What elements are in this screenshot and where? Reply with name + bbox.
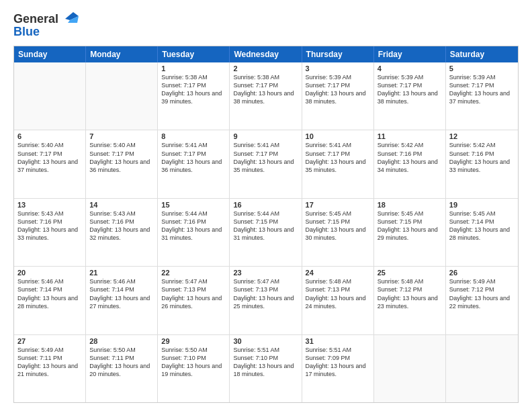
calendar-cell: 13Sunrise: 5:43 AM Sunset: 7:16 PM Dayli… <box>14 199 86 266</box>
calendar-row: 13Sunrise: 5:43 AM Sunset: 7:16 PM Dayli… <box>14 198 518 266</box>
day-info: Sunrise: 5:49 AM Sunset: 7:12 PM Dayligh… <box>449 277 515 310</box>
day-number: 8 <box>161 132 226 140</box>
calendar-row: 6Sunrise: 5:40 AM Sunset: 7:17 PM Daylig… <box>14 130 518 197</box>
day-info: Sunrise: 5:51 AM Sunset: 7:10 PM Dayligh… <box>233 346 298 379</box>
calendar-cell: 28Sunrise: 5:50 AM Sunset: 7:11 PM Dayli… <box>86 335 158 402</box>
calendar-cell: 7Sunrise: 5:40 AM Sunset: 7:17 PM Daylig… <box>86 130 158 197</box>
day-info: Sunrise: 5:44 AM Sunset: 7:16 PM Dayligh… <box>161 210 226 242</box>
calendar-cell: 19Sunrise: 5:45 AM Sunset: 7:14 PM Dayli… <box>446 199 518 266</box>
calendar-row: 20Sunrise: 5:46 AM Sunset: 7:14 PM Dayli… <box>14 266 518 334</box>
day-info: Sunrise: 5:45 AM Sunset: 7:15 PM Dayligh… <box>306 210 370 242</box>
day-number: 2 <box>233 64 298 73</box>
weekday-header: Sunday <box>14 46 86 62</box>
calendar-row: 1Sunrise: 5:38 AM Sunset: 7:17 PM Daylig… <box>14 62 518 130</box>
calendar-cell: 15Sunrise: 5:44 AM Sunset: 7:16 PM Dayli… <box>158 199 230 266</box>
day-info: Sunrise: 5:48 AM Sunset: 7:12 PM Dayligh… <box>378 277 442 310</box>
calendar-cell: 2Sunrise: 5:38 AM Sunset: 7:17 PM Daylig… <box>230 62 302 130</box>
day-number: 27 <box>17 337 82 345</box>
day-info: Sunrise: 5:41 AM Sunset: 7:17 PM Dayligh… <box>306 141 370 174</box>
calendar-cell: 3Sunrise: 5:39 AM Sunset: 7:17 PM Daylig… <box>302 62 374 130</box>
day-number: 3 <box>306 64 370 73</box>
header: General Blue <box>13 12 519 39</box>
day-info: Sunrise: 5:39 AM Sunset: 7:17 PM Dayligh… <box>306 73 370 106</box>
day-info: Sunrise: 5:45 AM Sunset: 7:15 PM Dayligh… <box>378 210 442 242</box>
day-info: Sunrise: 5:47 AM Sunset: 7:13 PM Dayligh… <box>233 277 298 310</box>
weekday-header: Thursday <box>302 46 374 62</box>
calendar-cell: 12Sunrise: 5:42 AM Sunset: 7:16 PM Dayli… <box>446 130 518 197</box>
logo-blue: Blue <box>13 25 40 38</box>
day-info: Sunrise: 5:46 AM Sunset: 7:14 PM Dayligh… <box>17 277 82 310</box>
calendar-cell: 14Sunrise: 5:43 AM Sunset: 7:16 PM Dayli… <box>86 199 158 266</box>
day-number: 22 <box>161 269 226 277</box>
day-number: 12 <box>449 132 515 140</box>
day-info: Sunrise: 5:40 AM Sunset: 7:17 PM Dayligh… <box>89 141 154 174</box>
day-number: 6 <box>17 132 82 140</box>
day-number: 25 <box>378 269 442 277</box>
day-info: Sunrise: 5:50 AM Sunset: 7:11 PM Dayligh… <box>89 346 154 379</box>
calendar: SundayMondayTuesdayWednesdayThursdayFrid… <box>13 46 519 403</box>
logo-bird-icon <box>60 11 80 26</box>
day-number: 10 <box>306 132 370 140</box>
day-number: 28 <box>89 337 154 345</box>
day-number: 20 <box>17 269 82 277</box>
day-info: Sunrise: 5:38 AM Sunset: 7:17 PM Dayligh… <box>161 73 226 106</box>
day-number: 4 <box>378 64 442 73</box>
day-number: 29 <box>161 337 226 345</box>
calendar-cell: 16Sunrise: 5:44 AM Sunset: 7:15 PM Dayli… <box>230 199 302 266</box>
calendar-cell: 24Sunrise: 5:48 AM Sunset: 7:13 PM Dayli… <box>302 267 374 334</box>
calendar-cell: 31Sunrise: 5:51 AM Sunset: 7:09 PM Dayli… <box>302 335 374 402</box>
page: General Blue SundayMondayTuesdayWednesda… <box>0 0 532 411</box>
calendar-header: SundayMondayTuesdayWednesdayThursdayFrid… <box>14 46 518 62</box>
day-info: Sunrise: 5:42 AM Sunset: 7:16 PM Dayligh… <box>378 141 442 174</box>
day-info: Sunrise: 5:50 AM Sunset: 7:10 PM Dayligh… <box>161 346 226 379</box>
calendar-cell: 30Sunrise: 5:51 AM Sunset: 7:10 PM Dayli… <box>230 335 302 402</box>
weekday-header: Tuesday <box>158 46 230 62</box>
calendar-cell: 29Sunrise: 5:50 AM Sunset: 7:10 PM Dayli… <box>158 335 230 402</box>
day-info: Sunrise: 5:45 AM Sunset: 7:14 PM Dayligh… <box>449 210 515 242</box>
day-number: 9 <box>233 132 298 140</box>
calendar-cell: 21Sunrise: 5:46 AM Sunset: 7:14 PM Dayli… <box>86 267 158 334</box>
day-info: Sunrise: 5:43 AM Sunset: 7:16 PM Dayligh… <box>89 210 154 242</box>
logo-general: General <box>13 12 58 26</box>
day-number: 14 <box>89 201 154 209</box>
calendar-cell: 20Sunrise: 5:46 AM Sunset: 7:14 PM Dayli… <box>14 267 86 334</box>
day-number: 1 <box>161 64 226 73</box>
day-number: 26 <box>449 269 515 277</box>
day-info: Sunrise: 5:46 AM Sunset: 7:14 PM Dayligh… <box>89 277 154 310</box>
calendar-cell: 27Sunrise: 5:49 AM Sunset: 7:11 PM Dayli… <box>14 335 86 402</box>
day-info: Sunrise: 5:47 AM Sunset: 7:13 PM Dayligh… <box>161 277 226 310</box>
day-number: 23 <box>233 269 298 277</box>
day-info: Sunrise: 5:43 AM Sunset: 7:16 PM Dayligh… <box>17 210 82 242</box>
weekday-header: Saturday <box>446 46 518 62</box>
day-info: Sunrise: 5:44 AM Sunset: 7:15 PM Dayligh… <box>233 210 298 242</box>
day-number: 17 <box>306 201 370 209</box>
calendar-cell <box>446 335 518 402</box>
calendar-cell <box>374 335 446 402</box>
day-number: 21 <box>89 269 154 277</box>
calendar-row: 27Sunrise: 5:49 AM Sunset: 7:11 PM Dayli… <box>14 334 518 402</box>
calendar-cell: 10Sunrise: 5:41 AM Sunset: 7:17 PM Dayli… <box>302 130 374 197</box>
day-info: Sunrise: 5:42 AM Sunset: 7:16 PM Dayligh… <box>449 141 515 174</box>
day-number: 31 <box>306 337 370 345</box>
weekday-header: Monday <box>86 46 158 62</box>
calendar-cell: 11Sunrise: 5:42 AM Sunset: 7:16 PM Dayli… <box>374 130 446 197</box>
calendar-cell: 22Sunrise: 5:47 AM Sunset: 7:13 PM Dayli… <box>158 267 230 334</box>
day-number: 7 <box>89 132 154 140</box>
day-info: Sunrise: 5:38 AM Sunset: 7:17 PM Dayligh… <box>233 73 298 106</box>
day-info: Sunrise: 5:41 AM Sunset: 7:17 PM Dayligh… <box>233 141 298 174</box>
day-number: 5 <box>449 64 515 73</box>
calendar-cell: 17Sunrise: 5:45 AM Sunset: 7:15 PM Dayli… <box>302 199 374 266</box>
day-info: Sunrise: 5:39 AM Sunset: 7:17 PM Dayligh… <box>449 73 515 106</box>
calendar-cell: 9Sunrise: 5:41 AM Sunset: 7:17 PM Daylig… <box>230 130 302 197</box>
logo: General Blue <box>13 12 80 39</box>
calendar-cell: 5Sunrise: 5:39 AM Sunset: 7:17 PM Daylig… <box>446 62 518 130</box>
calendar-cell: 26Sunrise: 5:49 AM Sunset: 7:12 PM Dayli… <box>446 267 518 334</box>
day-info: Sunrise: 5:39 AM Sunset: 7:17 PM Dayligh… <box>378 73 442 106</box>
calendar-cell: 1Sunrise: 5:38 AM Sunset: 7:17 PM Daylig… <box>158 62 230 130</box>
day-number: 19 <box>449 201 515 209</box>
day-number: 30 <box>233 337 298 345</box>
calendar-cell: 6Sunrise: 5:40 AM Sunset: 7:17 PM Daylig… <box>14 130 86 197</box>
day-number: 15 <box>161 201 226 209</box>
calendar-cell: 18Sunrise: 5:45 AM Sunset: 7:15 PM Dayli… <box>374 199 446 266</box>
calendar-cell: 23Sunrise: 5:47 AM Sunset: 7:13 PM Dayli… <box>230 267 302 334</box>
